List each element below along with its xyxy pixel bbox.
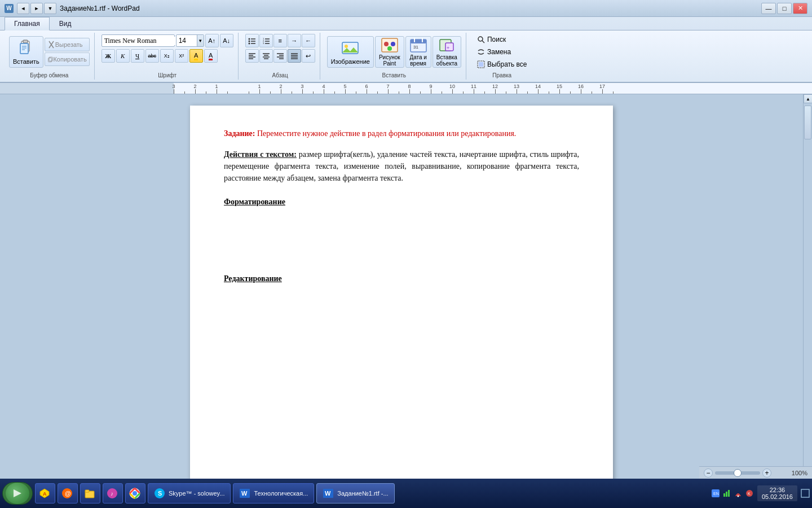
bold-button[interactable]: Ж (102, 49, 115, 63)
image-button[interactable]: Изображение (327, 36, 374, 68)
taskbar: A @ ♪ S Skype™ - solowey... W Технологич… (0, 479, 812, 508)
paste-icon (17, 39, 35, 57)
taskbar-chrome[interactable] (125, 483, 145, 503)
editing-section: Редактирование (224, 274, 579, 283)
taskbar-word2[interactable]: W Задание№1.rtf -... (316, 483, 394, 503)
object-label: Вставка объекта (436, 54, 457, 67)
start-button[interactable] (2, 482, 33, 505)
title-bar-left: W ◄ ► ▼ Задание№1.rtf - WordPad (5, 3, 140, 14)
formatting-section: Форматирование (224, 198, 579, 207)
skype-label: Skype™ - solowey... (169, 490, 224, 497)
paint-button[interactable]: Рисунок Paint (375, 36, 404, 68)
zoom-out-button[interactable]: − (704, 468, 713, 478)
subscript-button[interactable]: X₂ (160, 49, 174, 63)
font-size-dropdown[interactable]: ▼ (197, 35, 204, 46)
zoom-thumb[interactable] (734, 469, 742, 477)
cut-button[interactable]: Вырезать (45, 38, 90, 51)
svg-rect-53 (479, 62, 483, 67)
image-label: Изображение (331, 58, 370, 65)
replace-label: Замена (487, 48, 511, 56)
taskbar-media[interactable]: ♪ (103, 483, 123, 503)
increase-indent-button[interactable]: → (288, 34, 301, 47)
taskbar-skype[interactable]: S Skype™ - solowey... (148, 483, 231, 503)
minimize-button[interactable]: — (761, 3, 776, 14)
svg-text:S: S (158, 490, 162, 497)
document-area[interactable]: Задание: Переместите нужное действие в р… (0, 94, 803, 498)
font-name-box[interactable]: ▼ (102, 34, 175, 47)
rtl2-button[interactable]: ↩ (302, 49, 315, 63)
svg-point-37 (345, 45, 348, 48)
taskbar-mail[interactable]: @ (58, 483, 78, 503)
image-icon (341, 39, 359, 57)
zoom-in-button[interactable]: + (762, 468, 771, 478)
object-icon: + (438, 37, 456, 53)
find-button[interactable]: Поиск (473, 34, 510, 45)
italic-button[interactable]: К (116, 49, 130, 63)
scroll-up-button[interactable]: ▲ (804, 94, 812, 103)
superscript-button[interactable]: X² (175, 49, 188, 63)
tray-icon-2 (722, 489, 731, 498)
nav-back-button[interactable]: ◄ (17, 3, 29, 14)
bullets-button[interactable] (245, 34, 259, 47)
align-left-button[interactable] (245, 49, 259, 63)
maximize-button[interactable]: □ (777, 3, 792, 14)
taskbar-antivirus[interactable]: A (35, 483, 55, 503)
underline-button[interactable]: Ч (131, 49, 144, 63)
copy-button[interactable]: Копировать (45, 52, 90, 66)
scrollbar-vertical[interactable]: ▲ ▼ (803, 94, 812, 498)
chrome-icon (129, 488, 140, 499)
svg-text:K: K (748, 492, 751, 496)
svg-point-50 (478, 37, 483, 41)
align-right-button[interactable] (273, 49, 287, 63)
svg-text:3.: 3. (263, 42, 264, 45)
group-editing: Поиск Замена Выбрать все Правка (469, 33, 536, 80)
insert-label: Вставить (382, 71, 406, 80)
svg-rect-73 (723, 493, 725, 497)
strikethrough-button[interactable]: abc (145, 49, 159, 63)
rtl-button[interactable]: ← (302, 34, 315, 47)
svg-text:+: + (447, 45, 449, 51)
nav-down-button[interactable]: ▼ (44, 3, 56, 14)
font-color-button[interactable]: A (204, 49, 218, 63)
font-row-2: Ж К Ч abc X₂ X² A A (102, 49, 218, 63)
svg-text:♪: ♪ (111, 491, 113, 497)
font-content: ▼ ▼ A↑ A↓ Ж К Ч abc X₂ X² (102, 34, 233, 70)
taskbar-word1[interactable]: W Технологическая... (233, 483, 314, 503)
replace-button[interactable]: Замена (473, 46, 515, 58)
align-center-button[interactable] (259, 49, 273, 63)
nav-forward-button[interactable]: ► (30, 3, 43, 14)
datetime-button[interactable]: 31 Дата и время (405, 36, 431, 68)
close-button[interactable]: ✕ (793, 3, 807, 14)
list-button[interactable]: ≡ (273, 34, 287, 47)
copy-label: Копировать (53, 56, 86, 63)
paste-label: Вставить (13, 58, 39, 65)
word2-icon: W (323, 488, 334, 499)
paste-button[interactable]: Вставить (9, 36, 43, 68)
font-size-input[interactable] (176, 37, 197, 45)
tab-view[interactable]: Вид (50, 17, 81, 30)
tab-home[interactable]: Главная (5, 17, 50, 30)
select-all-button[interactable]: Выбрать все (473, 59, 531, 70)
taskbar-files[interactable] (80, 483, 100, 503)
title-nav[interactable]: ◄ ► ▼ (17, 3, 56, 14)
insert-content: Изображение Рисунок Paint (327, 34, 461, 70)
show-desktop-icon[interactable] (801, 489, 810, 498)
scroll-track[interactable] (804, 103, 812, 489)
svg-rect-2 (20, 43, 28, 54)
zoom-label: 100% (792, 470, 807, 476)
word2-label: Задание№1.rtf -... (337, 490, 388, 497)
taskbar-right: EN K 22:36 05.02.2016 (711, 485, 810, 501)
zoom-bar: − + 100% (699, 466, 812, 479)
svg-rect-43 (411, 40, 426, 43)
zoom-slider[interactable] (715, 471, 760, 475)
numbering-button[interactable]: 1.2.3. (259, 34, 273, 47)
font-size-box[interactable]: ▼ (176, 34, 204, 47)
object-button[interactable]: + Вставка объекта (433, 36, 461, 68)
font-shrink-button[interactable]: A↓ (220, 34, 233, 47)
main-area: Задание: Переместите нужное действие в р… (0, 94, 812, 498)
align-justify-button[interactable] (288, 49, 301, 63)
scroll-thumb[interactable] (804, 106, 811, 139)
highlight-button[interactable]: A (189, 49, 203, 63)
window-controls[interactable]: — □ ✕ (761, 3, 807, 14)
font-grow-button[interactable]: A↑ (205, 34, 219, 47)
